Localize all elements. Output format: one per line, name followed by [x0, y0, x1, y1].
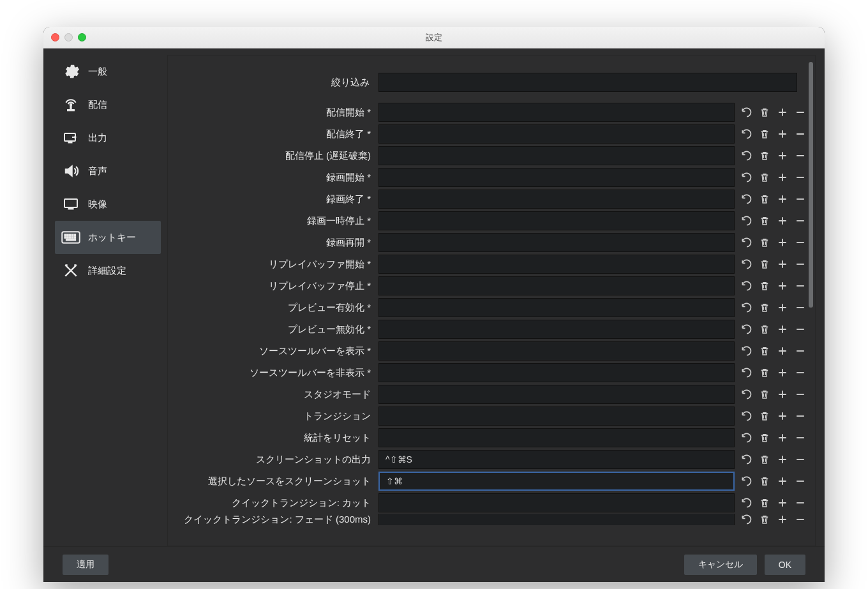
- hotkey-input[interactable]: [378, 514, 735, 525]
- minus-icon[interactable]: [793, 257, 807, 271]
- apply-button[interactable]: 適用: [63, 555, 108, 575]
- undo-icon[interactable]: [740, 127, 754, 141]
- minus-icon[interactable]: [793, 387, 807, 401]
- close-icon[interactable]: [51, 33, 59, 41]
- hotkey-input[interactable]: [378, 472, 735, 491]
- trash-icon[interactable]: [758, 452, 772, 466]
- undo-icon[interactable]: [740, 301, 754, 315]
- trash-icon[interactable]: [758, 474, 772, 488]
- undo-icon[interactable]: [740, 279, 754, 293]
- hotkey-input[interactable]: [378, 103, 735, 122]
- trash-icon[interactable]: [758, 279, 772, 293]
- hotkey-input[interactable]: [378, 276, 735, 295]
- undo-icon[interactable]: [740, 235, 754, 250]
- minus-icon[interactable]: [793, 149, 807, 163]
- scrollbar[interactable]: [809, 62, 813, 308]
- trash-icon[interactable]: [758, 301, 772, 315]
- minus-icon[interactable]: [793, 496, 807, 510]
- plus-icon[interactable]: [775, 387, 789, 401]
- minus-icon[interactable]: [793, 214, 807, 228]
- titlebar[interactable]: 設定: [43, 27, 825, 48]
- plus-icon[interactable]: [775, 496, 789, 510]
- undo-icon[interactable]: [740, 474, 754, 488]
- hotkey-input[interactable]: [378, 493, 735, 512]
- plus-icon[interactable]: [775, 514, 789, 525]
- hotkey-input[interactable]: [378, 320, 735, 339]
- sidebar-item-advanced[interactable]: 詳細設定: [55, 254, 161, 287]
- undo-icon[interactable]: [740, 387, 754, 401]
- undo-icon[interactable]: [740, 409, 754, 423]
- plus-icon[interactable]: [775, 344, 789, 358]
- plus-icon[interactable]: [775, 431, 789, 445]
- trash-icon[interactable]: [758, 322, 772, 336]
- hotkey-input[interactable]: [378, 168, 735, 187]
- hotkey-input[interactable]: [378, 233, 735, 252]
- minus-icon[interactable]: [793, 474, 807, 488]
- minus-icon[interactable]: [793, 170, 807, 184]
- filter-input[interactable]: [378, 73, 797, 92]
- plus-icon[interactable]: [775, 452, 789, 466]
- minus-icon[interactable]: [793, 409, 807, 423]
- maximize-icon[interactable]: [78, 33, 86, 41]
- trash-icon[interactable]: [758, 170, 772, 184]
- minus-icon[interactable]: [793, 344, 807, 358]
- trash-icon[interactable]: [758, 192, 772, 206]
- plus-icon[interactable]: [775, 301, 789, 315]
- plus-icon[interactable]: [775, 235, 789, 250]
- minus-icon[interactable]: [793, 192, 807, 206]
- sidebar-item-output[interactable]: 出力: [55, 121, 161, 154]
- trash-icon[interactable]: [758, 496, 772, 510]
- undo-icon[interactable]: [740, 105, 754, 119]
- undo-icon[interactable]: [740, 344, 754, 358]
- trash-icon[interactable]: [758, 214, 772, 228]
- undo-icon[interactable]: [740, 214, 754, 228]
- minus-icon[interactable]: [793, 322, 807, 336]
- undo-icon[interactable]: [740, 366, 754, 380]
- plus-icon[interactable]: [775, 214, 789, 228]
- undo-icon[interactable]: [740, 149, 754, 163]
- hotkey-input[interactable]: [378, 450, 735, 469]
- hotkey-input[interactable]: [378, 341, 735, 361]
- undo-icon[interactable]: [740, 452, 754, 466]
- minus-icon[interactable]: [793, 301, 807, 315]
- plus-icon[interactable]: [775, 149, 789, 163]
- hotkey-input[interactable]: [378, 124, 735, 144]
- sidebar-item-general[interactable]: 一般: [55, 55, 161, 88]
- undo-icon[interactable]: [740, 322, 754, 336]
- hotkey-input[interactable]: [378, 363, 735, 382]
- hotkey-input[interactable]: [378, 385, 735, 404]
- plus-icon[interactable]: [775, 322, 789, 336]
- undo-icon[interactable]: [740, 257, 754, 271]
- plus-icon[interactable]: [775, 170, 789, 184]
- sidebar-item-audio[interactable]: 音声: [55, 154, 161, 188]
- trash-icon[interactable]: [758, 127, 772, 141]
- undo-icon[interactable]: [740, 514, 754, 525]
- minus-icon[interactable]: [793, 279, 807, 293]
- minus-icon[interactable]: [793, 127, 807, 141]
- hotkey-input[interactable]: [378, 406, 735, 426]
- minimize-icon[interactable]: [64, 33, 73, 41]
- sidebar-item-video[interactable]: 映像: [55, 188, 161, 221]
- hotkey-input[interactable]: [378, 211, 735, 230]
- hotkey-input[interactable]: [378, 255, 735, 274]
- undo-icon[interactable]: [740, 192, 754, 206]
- plus-icon[interactable]: [775, 192, 789, 206]
- undo-icon[interactable]: [740, 496, 754, 510]
- plus-icon[interactable]: [775, 105, 789, 119]
- plus-icon[interactable]: [775, 366, 789, 380]
- trash-icon[interactable]: [758, 514, 772, 525]
- trash-icon[interactable]: [758, 409, 772, 423]
- sidebar-item-stream[interactable]: 配信: [55, 88, 161, 121]
- undo-icon[interactable]: [740, 170, 754, 184]
- trash-icon[interactable]: [758, 257, 772, 271]
- trash-icon[interactable]: [758, 105, 772, 119]
- minus-icon[interactable]: [793, 235, 807, 250]
- minus-icon[interactable]: [793, 105, 807, 119]
- plus-icon[interactable]: [775, 257, 789, 271]
- sidebar-item-hotkeys[interactable]: ホットキー: [55, 221, 161, 254]
- minus-icon[interactable]: [793, 514, 807, 525]
- trash-icon[interactable]: [758, 344, 772, 358]
- minus-icon[interactable]: [793, 366, 807, 380]
- cancel-button[interactable]: キャンセル: [684, 555, 757, 575]
- hotkey-input[interactable]: [378, 146, 735, 165]
